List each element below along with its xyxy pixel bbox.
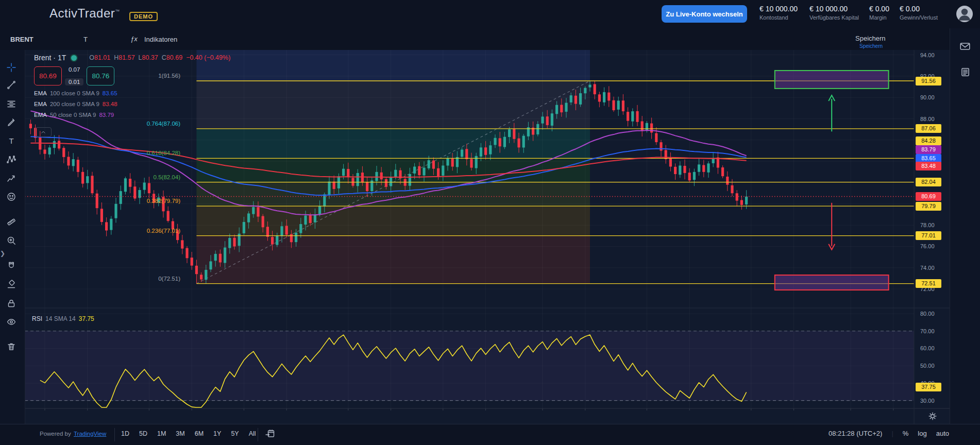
buy-button[interactable]: 80.76 — [87, 66, 114, 85]
price-label: 83.79 — [916, 145, 941, 154]
fib-level-label: 0(72.51) — [113, 276, 180, 282]
price-label: 84.28 — [916, 136, 941, 145]
go-to-date-icon[interactable] — [265, 429, 277, 441]
magnet-tool-icon[interactable] — [6, 261, 19, 273]
range-buttons: 1D5D1M3M6M1Y5YAll — [119, 429, 259, 439]
app-logo: ActivTrader™ — [49, 6, 120, 21]
price-label: 83.65 — [916, 154, 941, 163]
rsi-tick: 30.00 — [920, 398, 935, 404]
clock[interactable]: 08:21:28 (UTC+2) — [829, 430, 882, 437]
range-button-1d[interactable]: 1D — [119, 429, 132, 439]
rsi-tick: 60.00 — [920, 345, 935, 351]
target-down-box[interactable] — [775, 275, 889, 290]
ema200-legend[interactable]: EMA200 close 0 SMA 9 83.48 — [34, 101, 230, 107]
auto-scale-button[interactable]: auto — [936, 430, 949, 437]
trash-tool-icon[interactable] — [6, 341, 19, 354]
range-button-6m[interactable]: 6M — [192, 429, 206, 439]
spread: 0.07 0.01 — [65, 66, 83, 85]
ema50-legend[interactable]: EMA50 close 0 SMA 9 83.79 — [34, 112, 230, 118]
price-tick: 88.00 — [920, 116, 935, 122]
sun-theme-icon[interactable] — [927, 411, 938, 421]
rsi-tick: 50.00 — [920, 363, 935, 369]
forecast-tool-icon[interactable] — [6, 173, 19, 185]
chevron-up-icon — [40, 129, 46, 135]
log-scale-button[interactable]: log — [918, 430, 926, 437]
price-label: 37.75 — [916, 383, 941, 391]
trading-app: ActivTrader™ DEMO Zu Live-Konto wechseln… — [0, 0, 980, 445]
rsi-tick: 70.00 — [920, 328, 935, 334]
account-balance: € 10 000.00Kontostand — [759, 5, 798, 21]
app-header: ActivTrader™ DEMO Zu Live-Konto wechseln… — [0, 0, 980, 28]
emoji-tool-icon[interactable] — [6, 192, 19, 204]
crosshair-tool-icon[interactable] — [6, 62, 19, 75]
drawing-toolbar: T — [0, 50, 25, 424]
powered-by-label: Powered by — [40, 431, 71, 437]
fib-level-label: 0.5(82.04) — [113, 174, 180, 180]
eraser-tool-icon[interactable] — [6, 279, 19, 292]
trendline-tool-icon[interactable] — [6, 80, 19, 92]
fib-retracement-tool-icon[interactable] — [6, 99, 19, 111]
zoom-in-tool-icon[interactable] — [6, 235, 19, 248]
save-sub-label: Speichern — [859, 43, 883, 49]
change-value: −0.40 (−0.49%) — [186, 54, 230, 61]
price-tick: 74.00 — [920, 265, 935, 271]
text-tool-icon[interactable]: T — [83, 36, 88, 43]
profit-loss: € 0.00Gewinn/Verlust — [900, 5, 938, 21]
price-label: 79.79 — [916, 202, 941, 211]
range-button-5y[interactable]: 5Y — [228, 429, 241, 439]
rsi-legend[interactable]: RSI 14 SMA 14 37.75 — [32, 315, 94, 322]
lock-tool-icon[interactable] — [6, 298, 19, 311]
sell-button[interactable]: 80.69 — [34, 66, 62, 85]
price-tick: 76.00 — [920, 243, 935, 249]
range-button-3m[interactable]: 3M — [173, 429, 187, 439]
price-label: 83.48 — [916, 162, 941, 170]
svg-text:T: T — [9, 136, 13, 145]
chart-footer: Powered by TradingView 1D5D1M3M6M1Y5YAll… — [0, 424, 980, 445]
indicators-button[interactable]: Indikatoren — [144, 36, 177, 43]
percent-scale-button[interactable]: % — [903, 430, 909, 437]
price-label: 87.06 — [916, 124, 941, 133]
collapse-quote-button[interactable] — [35, 127, 52, 137]
trademark: ™ — [115, 9, 120, 14]
price-label: 91.56 — [916, 77, 941, 85]
fib-level-label: 0.764(87.06) — [113, 121, 180, 127]
fib-level-label: 0.236(77.01) — [113, 228, 180, 234]
right-icon-strip — [950, 28, 980, 424]
brush-tool-icon[interactable] — [6, 117, 19, 130]
text-tool-icon[interactable]: T — [6, 136, 19, 148]
xabcd-pattern-tool-icon[interactable] — [6, 155, 19, 167]
save-button[interactable]: Speichern — [855, 35, 886, 42]
range-button-1y[interactable]: 1Y — [211, 429, 224, 439]
chart-toolbar: BRENT T ƒx Indikatoren Speichern Speiche… — [0, 28, 980, 50]
price-tick: 90.00 — [920, 94, 935, 100]
panel-expander-chevron-icon[interactable]: ❯ — [0, 246, 7, 261]
rsi-tick: 80.00 — [920, 311, 935, 317]
tradingview-link[interactable]: TradingView — [74, 431, 106, 437]
price-label: 72.51 — [916, 279, 941, 288]
price-label: 80.69 — [916, 192, 941, 201]
mail-icon[interactable] — [959, 41, 972, 53]
fx-icon[interactable]: ƒx — [130, 35, 138, 43]
margin: € 0.00Margin — [869, 5, 889, 21]
ruler-tool-icon[interactable] — [6, 217, 19, 229]
ohlc-values: O81.01 H81.57 L80.37 C80.69 −0.40 (−0.49… — [89, 54, 230, 61]
chart-legend: Brent · 1T O81.01 H81.57 L80.37 C80.69 −… — [34, 54, 230, 118]
range-button-all[interactable]: All — [246, 429, 259, 439]
symbol-label[interactable]: BRENT — [10, 36, 33, 43]
range-button-5d[interactable]: 5D — [137, 429, 150, 439]
time-axis[interactable]: Nov14Dez14202415Feb14Mrz14Apr12Mai14Jun1… — [0, 408, 980, 424]
ema100-legend[interactable]: EMA100 close 0 SMA 9 83.65 — [34, 90, 230, 96]
news-icon[interactable] — [959, 66, 972, 79]
user-icon — [956, 6, 973, 22]
demo-badge: DEMO — [129, 12, 158, 21]
switch-to-live-button[interactable]: Zu Live-Konto wechseln — [662, 5, 747, 23]
available-capital: € 10 000.00Verfügbares Kapital — [809, 5, 859, 21]
eye-tool-icon[interactable] — [6, 317, 19, 329]
target-up-box[interactable] — [775, 71, 889, 89]
avatar[interactable] — [956, 6, 973, 22]
legend-symbol[interactable]: Brent · 1T — [34, 54, 66, 62]
range-button-1m[interactable]: 1M — [155, 429, 168, 439]
fib-level-label: 0.382(79.79) — [113, 198, 180, 204]
price-label: 77.01 — [916, 231, 941, 240]
price-tick: 94.00 — [920, 52, 935, 58]
